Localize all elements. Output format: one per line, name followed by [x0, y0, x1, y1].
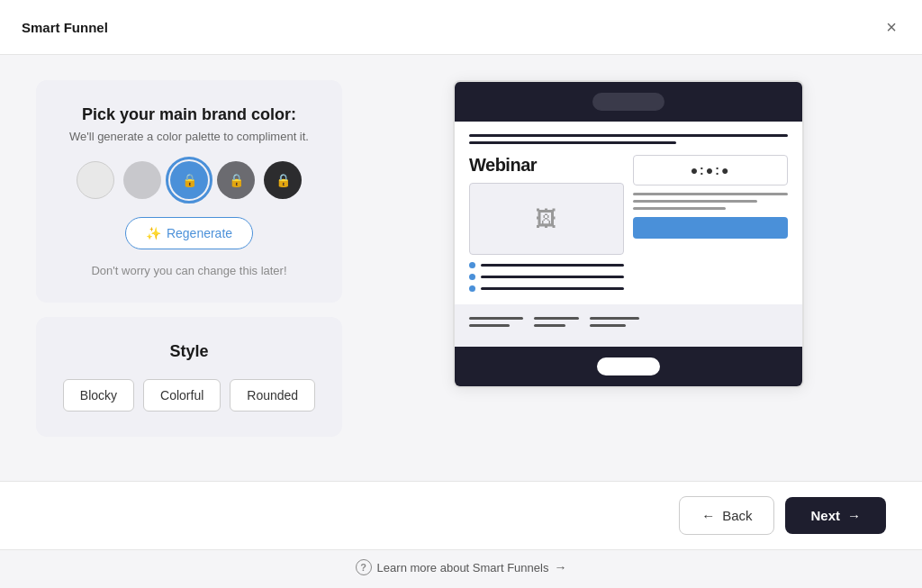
regenerate-label: Regenerate: [167, 226, 232, 240]
next-arrow-icon: →: [847, 508, 861, 523]
header-line-medium: [469, 141, 676, 144]
color-swatches: 🔒 🔒 🔒: [58, 161, 321, 199]
info-line-medium: [633, 200, 757, 203]
action-bar: ← Back Next →: [0, 481, 922, 549]
swatch-dark[interactable]: 🔒: [264, 161, 302, 199]
swatch-gray[interactable]: [123, 161, 161, 199]
webinar-header-area: [455, 122, 802, 144]
bullet-list: [469, 262, 624, 292]
bullet-row-1: [469, 262, 624, 268]
style-rounded-button[interactable]: Rounded: [230, 379, 315, 412]
bullet-line: [481, 264, 624, 267]
bullet-line: [481, 276, 624, 278]
main-content: Pick your main brand color: We'll genera…: [0, 55, 922, 481]
footer-col-2: [534, 317, 579, 327]
cta-button-preview: [633, 217, 788, 239]
swatch-blue[interactable]: 🔒: [170, 161, 208, 199]
back-label: Back: [722, 508, 752, 523]
device-mockup: Webinar 🖼: [453, 80, 804, 388]
learn-more-text: Learn more about Smart Funnels: [377, 561, 549, 574]
footer-line: [590, 324, 626, 327]
next-button[interactable]: Next →: [785, 497, 886, 534]
question-mark-icon: ?: [356, 559, 372, 575]
style-colorful-button[interactable]: Colorful: [143, 379, 221, 412]
device-home-pill: [597, 357, 660, 375]
change-later-text: Don't worry you can change this later!: [58, 264, 321, 277]
app-title: Smart Funnel: [22, 20, 108, 35]
footer-col-1: [469, 317, 523, 327]
footer-lines-row: [469, 317, 788, 327]
swatch-white[interactable]: [77, 161, 114, 199]
style-options: Blocky Colorful Rounded: [58, 379, 321, 412]
lock-icon-dark: 🔒: [276, 173, 291, 187]
bullet-row-3: [469, 285, 624, 292]
device-content: Webinar 🖼: [455, 122, 802, 304]
image-icon: 🖼: [536, 206, 557, 231]
swatch-dark-gray[interactable]: 🔒: [217, 161, 255, 199]
webinar-right-col: ●:●:●: [633, 155, 788, 292]
bullet-dot: [469, 274, 475, 280]
color-card-title: Pick your main brand color:: [58, 105, 321, 124]
top-bar: Smart Funnel ×: [0, 0, 922, 55]
webinar-left-col: Webinar 🖼: [469, 155, 624, 292]
learn-more-arrow-icon: →: [554, 560, 566, 574]
footer-line: [534, 324, 565, 327]
webinar-image-placeholder: 🖼: [469, 183, 624, 255]
back-arrow-icon: ←: [701, 508, 715, 523]
device-top-bar: [455, 82, 802, 122]
regenerate-button[interactable]: ✨ Regenerate: [125, 217, 253, 249]
info-line-long: [633, 193, 788, 195]
learn-more-bar: ? Learn more about Smart Funnels →: [0, 549, 922, 584]
lock-icon-darkgray: 🔒: [229, 173, 244, 187]
footer-line: [534, 317, 579, 320]
device-notch: [592, 93, 664, 111]
magic-wand-icon: ✨: [146, 226, 161, 240]
color-card-subtitle: We'll generate a color palette to compli…: [58, 130, 321, 143]
footer-line: [590, 317, 639, 320]
info-line-short: [633, 207, 726, 210]
bullet-dot: [469, 285, 475, 292]
style-blocky-button[interactable]: Blocky: [63, 379, 134, 412]
footer-line: [469, 317, 523, 320]
bullet-line: [481, 287, 624, 290]
back-button[interactable]: ← Back: [679, 496, 774, 535]
style-title: Style: [58, 342, 321, 361]
header-line-full: [469, 134, 788, 137]
close-button[interactable]: ×: [882, 14, 900, 40]
webinar-grid: Webinar 🖼: [455, 155, 802, 304]
device-bottom-bar: [455, 347, 802, 386]
clock-display: ●:●:●: [691, 163, 731, 177]
style-card: Style Blocky Colorful Rounded: [36, 317, 342, 437]
preview-panel: Webinar 🖼: [371, 80, 886, 388]
webinar-title: Webinar: [469, 155, 624, 176]
bullet-dot: [469, 262, 475, 268]
next-label: Next: [810, 508, 840, 523]
device-footer-area: [455, 304, 802, 347]
bullet-row-2: [469, 274, 624, 280]
lock-icon-blue: 🔒: [182, 173, 197, 187]
footer-line: [469, 324, 510, 327]
footer-col-3: [590, 317, 639, 327]
color-picker-card: Pick your main brand color: We'll genera…: [36, 80, 342, 303]
left-panel: Pick your main brand color: We'll genera…: [36, 80, 342, 437]
webinar-header-lines: [469, 134, 788, 144]
clock-box: ●:●:●: [633, 155, 788, 185]
info-lines: [633, 193, 788, 210]
